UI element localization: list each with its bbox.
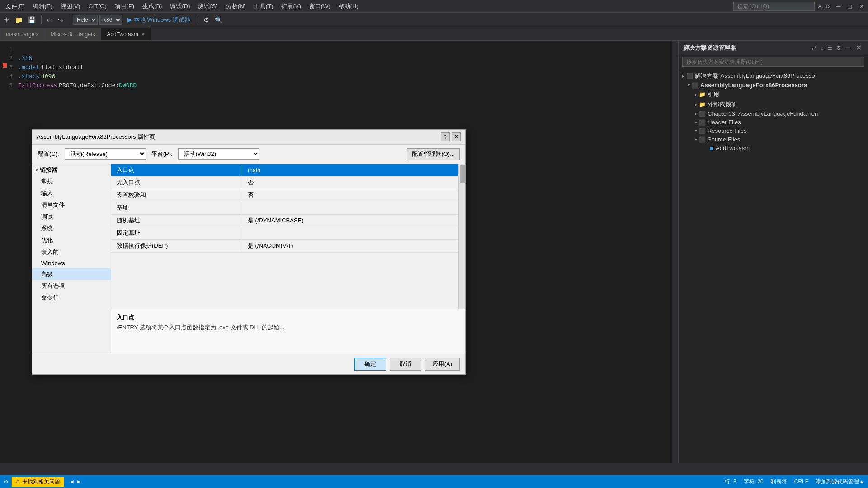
- panel-close-icon[interactable]: ✕: [854, 43, 863, 52]
- warning-icon: ⚠: [15, 479, 20, 485]
- menu-item-git[interactable]: GIT(G): [85, 2, 110, 10]
- toolbar-misc-btn2[interactable]: 🔍: [213, 15, 224, 24]
- play-icon: ▶: [127, 16, 132, 23]
- menu-item-test[interactable]: 测试(S): [194, 1, 221, 11]
- platform-select[interactable]: 活动(Win32): [178, 148, 259, 160]
- tree-project[interactable]: ▾ ⬛ AssemblyLanguageForx86Processors: [679, 81, 868, 89]
- ok-button[interactable]: 确定: [354, 358, 386, 371]
- maximize-button[interactable]: □: [846, 3, 854, 10]
- sidebar-optimize[interactable]: 优化: [32, 235, 111, 246]
- menu-item-view[interactable]: 视图(V): [57, 1, 84, 11]
- config-dropdown[interactable]: Rele: [73, 15, 98, 25]
- menu-item-debug[interactable]: 调试(D): [166, 1, 193, 11]
- prop-row-base-addr[interactable]: 基址: [111, 202, 458, 215]
- sol-filter-btn[interactable]: ☰: [826, 44, 833, 52]
- status-indicator: ⊙: [4, 479, 8, 485]
- dialog-config-bar: 配置(C): 活动(Release) 平台(P): 活动(Win32) 配置管理…: [32, 145, 465, 164]
- tree-header-files[interactable]: ▾ ⬛ Header Files: [679, 118, 868, 127]
- tree-resource-files[interactable]: ▾ ⬛ Resource Files: [679, 127, 868, 135]
- sidebar-system[interactable]: 系统: [32, 223, 111, 235]
- solution-search-input[interactable]: [682, 57, 864, 67]
- add-source-control-button[interactable]: 添加到源代码管理▲: [816, 478, 864, 486]
- toolbar-misc-btn1[interactable]: ⚙: [202, 15, 211, 24]
- tab-microsoft-targets[interactable]: Microsoft....targets: [45, 28, 101, 40]
- prop-row-checksum[interactable]: 设置校验和 否: [111, 189, 458, 202]
- tab-close-icon[interactable]: ✕: [141, 31, 145, 37]
- sidebar-embedded[interactable]: 嵌入的 I: [32, 246, 111, 258]
- sidebar-input[interactable]: 输入: [32, 188, 111, 199]
- platform-dropdown[interactable]: x86: [99, 15, 122, 25]
- menu-bar: 文件(F) 编辑(E) 视图(V) GIT(G) 项目(P) 生成(B) 调试(…: [0, 0, 868, 13]
- run-label: 本地 Windows 调试器: [134, 16, 190, 24]
- config-manager-button[interactable]: 配置管理器(O)...: [407, 148, 460, 160]
- sidebar-manifest[interactable]: 清单文件: [32, 199, 111, 211]
- tab-masm-targets[interactable]: masm.targets: [0, 28, 45, 40]
- toolbar-open-btn[interactable]: 📁: [13, 15, 24, 24]
- tree-chapter03[interactable]: ▸ ⬛ Chapter03_AssemblyLanguageFundamen: [679, 109, 868, 118]
- toolbar-new-btn[interactable]: ☀: [2, 15, 11, 24]
- menu-item-extensions[interactable]: 扩展(X): [278, 1, 304, 11]
- menu-item-edit[interactable]: 编辑(E): [29, 1, 56, 11]
- sol-home-btn[interactable]: ⌂: [819, 44, 824, 52]
- tab-addtwo-asm[interactable]: AddTwo.asm ✕: [101, 28, 151, 40]
- editor-area[interactable]: 1 2 .386 3 .model flat,stdcall 4 .stack …: [0, 41, 678, 463]
- tree-source-files[interactable]: ▾ ⬛ Source Files: [679, 135, 868, 144]
- menu-item-window[interactable]: 窗口(W): [306, 1, 334, 11]
- status-char: 字符: 20: [744, 478, 764, 486]
- close-window-button[interactable]: ✕: [857, 3, 866, 10]
- panel-minimize-icon[interactable]: ─: [844, 44, 852, 52]
- sol-settings-btn[interactable]: ⚙: [835, 44, 842, 52]
- sidebar-advanced[interactable]: 高级: [32, 268, 111, 280]
- menu-item-build[interactable]: 生成(B): [139, 1, 165, 11]
- dialog-description: 入口点 /ENTRY 选项将某个入口点函数指定为 .exe 文件或 DLL 的起…: [111, 309, 465, 354]
- status-line-ending: 制表符: [771, 478, 787, 486]
- dialog-content: 入口点 无入口点 否: [111, 164, 465, 354]
- menu-item-tools[interactable]: 工具(T): [250, 1, 277, 11]
- sol-sync-btn[interactable]: ⇄: [811, 44, 817, 52]
- toolbar: ☀ 📁 💾 ↩ ↪ Rele x86 ▶ 本地 Windows 调试器 ⚙ 🔍: [0, 13, 868, 27]
- sidebar-windows[interactable]: Windows: [32, 258, 111, 268]
- sidebar-all-options[interactable]: 所有选项: [32, 280, 111, 292]
- tab-label: masm.targets: [6, 31, 39, 38]
- toolbar-sep1: [41, 15, 42, 24]
- breakpoint-indicator: [3, 63, 7, 68]
- sidebar-debug[interactable]: 调试: [32, 211, 111, 223]
- sidebar-general[interactable]: 常规: [32, 176, 111, 188]
- global-search-input[interactable]: [733, 2, 815, 11]
- editor-scrollbar[interactable]: [672, 41, 678, 463]
- prop-row-fixed-base[interactable]: 固定基址: [111, 227, 458, 240]
- minimize-button[interactable]: ─: [835, 3, 843, 10]
- menu-item-file[interactable]: 文件(F): [2, 1, 28, 11]
- status-right: 行: 3 字符: 20 制表符 CRLF 添加到源代码管理▲: [725, 478, 864, 486]
- toolbar-redo-btn[interactable]: ↪: [56, 15, 65, 24]
- prop-row-random-base[interactable]: 随机基址 是 (/DYNAMICBASE): [111, 215, 458, 227]
- menu-item-analyze[interactable]: 分析(N): [222, 1, 250, 11]
- tree-external-deps[interactable]: ▸ 📁 外部依赖项: [679, 99, 868, 109]
- menu-item-project[interactable]: 项目(P): [111, 1, 138, 11]
- run-debugger-button[interactable]: ▶ 本地 Windows 调试器: [124, 15, 194, 25]
- toolbar-save-btn[interactable]: 💾: [26, 15, 38, 24]
- dialog-titlebar: AssemblyLanguageForx86Processors 属性页 ? ✕: [32, 130, 465, 145]
- tree-solution-root[interactable]: ▸ ⬛ 解决方案"AssemblyLanguageForx86Processo: [679, 71, 868, 81]
- prop-scrollbar[interactable]: [459, 164, 465, 309]
- dialog-close-button[interactable]: ✕: [452, 132, 461, 141]
- prop-row-no-entry[interactable]: 无入口点 否: [111, 177, 458, 189]
- solution-explorer-header: 解决方案资源管理器 ⇄ ⌂ ☰ ⚙ ─ ✕: [679, 41, 868, 55]
- tree-references[interactable]: ▸ 📁 引用: [679, 89, 868, 99]
- dialog-help-button[interactable]: ?: [441, 132, 450, 141]
- prop-row-entry-point[interactable]: 入口点: [111, 164, 458, 177]
- properties-dialog-overlay: AssemblyLanguageForx86Processors 属性页 ? ✕…: [14, 68, 484, 436]
- cancel-button[interactable]: 取消: [390, 358, 421, 371]
- apply-button[interactable]: 应用(A): [425, 358, 460, 371]
- tab-bar: masm.targets Microsoft....targets AddTwo…: [0, 27, 868, 41]
- scrollbar-thumb[interactable]: [460, 165, 465, 183]
- sidebar-linker[interactable]: ▸ 链接器: [32, 164, 111, 176]
- code-line-2: 2 .386: [0, 53, 678, 62]
- prop-row-dep[interactable]: 数据执行保护(DEP) 是 (/NXCOMPAT): [111, 240, 458, 253]
- tree-addtwo-asm[interactable]: ◼ AddTwo.asm: [679, 144, 868, 152]
- config-select[interactable]: 活动(Release): [65, 148, 146, 160]
- sidebar-command-line[interactable]: 命令行: [32, 292, 111, 304]
- menu-item-help[interactable]: 帮助(H): [335, 1, 362, 11]
- toolbar-undo-btn[interactable]: ↩: [45, 15, 54, 24]
- entry-point-input[interactable]: [248, 167, 453, 174]
